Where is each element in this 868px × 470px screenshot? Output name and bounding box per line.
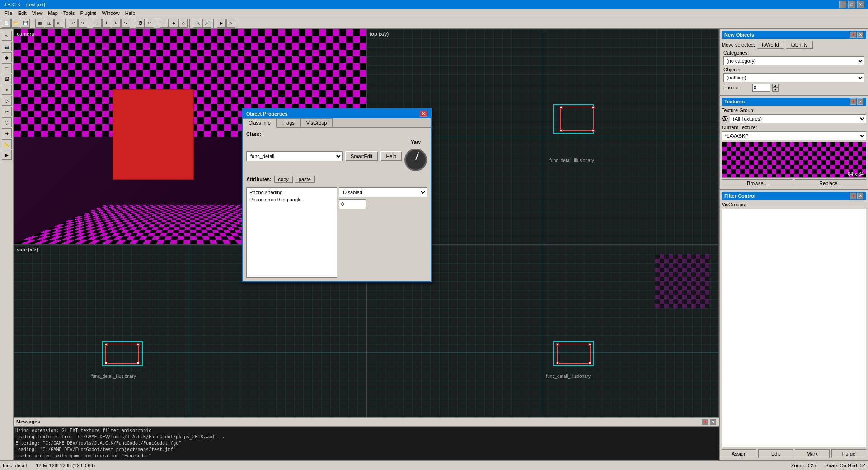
tb-grid3d[interactable]: ◫ [45,19,54,28]
object-properties-dialog: Object Properties ✕ Class Info Flags Vis… [242,108,432,282]
tb-undo[interactable]: ↩ [69,19,78,28]
texture-group-icon: 🖼 [722,115,728,122]
tb-zoom-out[interactable]: 🔎 [202,19,211,28]
replace-button[interactable]: Replace... [795,179,866,187]
tb-vertex[interactable]: ◇ [178,19,188,28]
lt-texture-app[interactable]: 🖼 [2,74,12,84]
tab-flags[interactable]: Flags [277,118,300,127]
lt-entity[interactable]: ◆ [2,52,12,62]
paste-button[interactable]: paste [295,176,315,183]
to-entity-button[interactable]: toEntity [786,41,813,49]
yaw-indicator [415,152,419,160]
tb-compile[interactable]: ▶ [217,19,226,28]
filter-header-controls: 📌 ✕ [850,193,863,199]
categories-select[interactable]: (no category) [723,56,864,65]
menu-file[interactable]: File [2,10,15,16]
lt-path[interactable]: ➜ [2,128,12,138]
lt-morph[interactable]: ⬡ [2,117,12,127]
edit-button[interactable]: Edit [758,449,793,458]
class-select[interactable]: func_detail [246,151,343,161]
messages-title: Messages [16,419,40,425]
menu-edit[interactable]: Edit [15,10,29,16]
textures-panel: Textures 📌 ✕ Texture Group: 🖼 (All Textu… [720,96,868,190]
status-snap: Snap: On Grid: 32 [825,463,865,468]
tb-texture[interactable]: 🖼 [136,19,145,28]
attr-phong-shading[interactable]: Phong shading [248,189,336,196]
phong-shading-dropdown[interactable]: Disabled Enabled [339,187,427,197]
browse-button[interactable]: Browse... [722,179,793,187]
minimize-button[interactable]: ─ [839,1,846,8]
lt-decal[interactable]: ✦ [2,85,12,95]
smart-edit-button[interactable]: SmartEdit [345,151,378,161]
menu-tools[interactable]: Tools [61,10,78,16]
filter-close[interactable]: ✕ [857,193,863,199]
close-button[interactable]: ✕ [857,1,864,8]
tb-brush[interactable]: □ [160,19,169,28]
messages-panel: Messages 📌 ✕ Using extension: GL_EXT_tex… [14,417,719,460]
objects-select[interactable]: (nothing) [723,73,864,82]
faces-spin-up[interactable]: ▲ [772,84,779,88]
tb-select[interactable]: ⊹ [93,19,102,28]
vis-groups-label: VisGroups: [722,202,866,207]
faces-spin-down[interactable]: ▼ [772,88,779,92]
tb-scale[interactable]: ⤡ [121,19,130,28]
lt-select[interactable]: ↖ [2,31,12,41]
tb-gridlines[interactable]: ⊞ [54,19,63,28]
lt-brush[interactable]: □ [2,63,12,73]
tb-entity[interactable]: ◆ [169,19,178,28]
current-texture-select[interactable]: *LAVASKP [722,131,866,140]
new-objects-close[interactable]: ✕ [857,32,863,38]
tb-new[interactable]: 📄 [2,19,11,28]
right-panel: New Objects 📌 ✕ Move selected: toWorld t… [719,29,868,460]
lt-clip[interactable]: ✂ [2,107,12,116]
tb-save[interactable]: 💾 [21,19,30,28]
menu-map[interactable]: Map [45,10,60,16]
purge-button[interactable]: Purge [831,449,866,458]
tb-redo[interactable]: ↪ [78,19,87,28]
textures-pin[interactable]: 📌 [850,98,856,105]
tb-clipper[interactable]: ✂ [145,19,154,28]
br-entity-label: func_detail_illusionary [546,374,591,379]
tb-move[interactable]: ✛ [102,19,111,28]
msg-line-1: Using extension: GL_EXT_texture_filter_a… [15,428,717,434]
menu-help[interactable]: Help [122,10,138,16]
faces-input[interactable] [752,84,770,92]
lt-camera[interactable]: 📷 [2,42,12,51]
menu-plugins[interactable]: Plugins [77,10,99,16]
lt-vertex[interactable]: ◇ [2,96,12,106]
attr-phong-smoothing[interactable]: Phong smoothing angle [248,196,336,203]
tb-open[interactable]: 📂 [11,19,20,28]
messages-close[interactable]: ✕ [710,419,716,425]
tab-visgroup[interactable]: VisGroup [300,118,333,127]
new-objects-title: New Objects [724,32,754,37]
dialog-close-button[interactable]: ✕ [420,111,427,117]
tb-zoom-in[interactable]: 🔍 [193,19,202,28]
tab-class-info[interactable]: Class Info [243,118,277,128]
yaw-dial[interactable] [404,149,427,171]
filter-pin[interactable]: 📌 [850,193,856,199]
texture-group-select[interactable]: (All Textures) [730,114,866,123]
phong-angle-input[interactable] [339,199,366,209]
maximize-button[interactable]: □ [848,1,855,8]
tb-rotate[interactable]: ↻ [112,19,121,28]
lt-measure[interactable]: 📐 [2,139,12,149]
tb-run[interactable]: ▷ [226,19,235,28]
lt-play[interactable]: ▶ [2,150,12,160]
br-texture-preview [655,254,709,308]
textures-close[interactable]: ✕ [857,98,863,105]
msg-line-5: Loaded project with game configuration "… [15,453,717,459]
new-objects-pin[interactable]: 📌 [850,32,856,38]
help-button[interactable]: Help [380,151,402,161]
copy-button[interactable]: copy [274,176,293,183]
title-bar-controls: ─ □ ✕ [839,1,864,8]
to-world-button[interactable]: toWorld [757,41,784,49]
mark-button[interactable]: Mark [795,449,830,458]
menu-window[interactable]: Window [99,10,122,16]
tb-grid2d[interactable]: ▦ [35,19,44,28]
menu-view[interactable]: View [29,10,46,16]
msg-line-2: Loading textures from "C:/GAME DEV/tools… [15,434,717,440]
status-entity: func_detail [3,463,27,468]
br-entity-selected [557,344,591,364]
assign-button[interactable]: Assign [722,449,756,458]
messages-pin[interactable]: 📌 [702,419,708,425]
